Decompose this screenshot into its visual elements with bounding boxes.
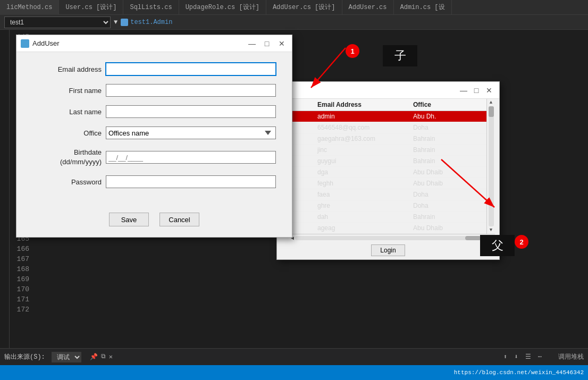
list-row[interactable]: dga Abu Dhaib: [281, 167, 486, 178]
password-input[interactable]: [106, 175, 276, 188]
adduser-body: Email address First name Last name Offic…: [16, 52, 292, 207]
firstname-row: First name: [32, 84, 276, 97]
office-label: Office: [32, 129, 102, 137]
firstname-input[interactable]: [106, 84, 276, 97]
address-dropdown[interactable]: test1: [4, 16, 111, 28]
call-stack-label: 调用堆栈: [558, 352, 584, 361]
email-input[interactable]: [106, 63, 276, 75]
list-row[interactable]: ageag Abu Dhaib: [281, 223, 486, 234]
birthdate-input[interactable]: [106, 151, 276, 164]
cancel-button[interactable]: Cancel: [159, 213, 199, 226]
adduser-maximize-btn[interactable]: □: [261, 38, 273, 49]
email-row: Email address: [32, 63, 276, 75]
pin-icon[interactable]: 📌: [90, 353, 98, 361]
save-button[interactable]: Save: [109, 213, 149, 226]
list-row[interactable]: jinc Bahrain: [281, 145, 486, 156]
adduser-dialog: AddUser — □ ✕ Email address First name L…: [16, 35, 292, 238]
status-right: https://blog.csdn.net/weixin_44546342: [454, 369, 584, 376]
list-row[interactable]: guygui Bahrain: [281, 156, 486, 167]
lastname-row: Last name: [32, 105, 276, 118]
h-scroll-thumb[interactable]: [465, 236, 481, 240]
tab-admin-design[interactable]: Admin.cs [设: [394, 0, 452, 15]
margin-strip: [0, 30, 10, 348]
scroll-track: [489, 106, 494, 226]
toolbar-icon-2[interactable]: ⬇: [514, 353, 518, 361]
birthdate-label: Birthdate (dd/mm/yyyy): [32, 148, 102, 167]
firstname-label: First name: [32, 87, 102, 95]
password-label: Password: [32, 178, 102, 186]
list-row[interactable]: gaegahra@163.com Bahrain: [281, 133, 486, 145]
col-office-header: Office: [409, 99, 473, 111]
list-close-btn[interactable]: ✕: [483, 85, 495, 96]
list-scrollbar[interactable]: ▲ ▼: [486, 99, 495, 234]
annotation-2: 2: [515, 235, 528, 249]
address-bar: test1 ▼ test1.Admin: [0, 15, 588, 30]
office-select[interactable]: Offices name: [106, 126, 276, 139]
password-row: Password: [32, 175, 276, 188]
output-toolbar: 📌 ⧉ ✕: [90, 353, 113, 361]
office-row: Office Offices name: [32, 126, 276, 139]
output-label: 输出来源(S):: [4, 352, 45, 361]
adduser-title: AddUser: [32, 39, 243, 47]
list-row[interactable]: dah Bahrain: [281, 212, 486, 223]
badge-2: 2: [515, 235, 528, 249]
login-button[interactable]: Login: [371, 244, 405, 256]
output-toolbar-icons: ⬆ ⬇ ☰ ⋯: [502, 353, 543, 361]
tab-updagerole-design[interactable]: UpdageRole.cs [设计]: [179, 0, 266, 15]
window-icon[interactable]: ⧉: [101, 353, 106, 361]
address-path: test1.Admin: [121, 19, 172, 26]
tab-adduser-design[interactable]: AddUser.cs [设计]: [266, 0, 342, 15]
address-icon: [121, 19, 128, 26]
list-maximize-btn[interactable]: □: [471, 85, 482, 96]
output-source-dropdown[interactable]: 调试: [52, 352, 81, 362]
list-footer: Login: [277, 241, 499, 259]
tab-user-design[interactable]: User.cs [设计]: [59, 0, 123, 15]
list-row[interactable]: feghh Abu Dhaib: [281, 178, 486, 189]
adduser-footer: Save Cancel: [16, 207, 292, 237]
tab-sqllists[interactable]: SqlLists.cs: [123, 0, 179, 15]
lastname-input[interactable]: [106, 105, 276, 118]
toolbar-icon-3[interactable]: ☰: [525, 353, 531, 361]
list-row[interactable]: admin Abu Dh.: [281, 111, 486, 122]
char-box-fu: 父: [480, 235, 515, 256]
annotation-1: 1: [346, 44, 359, 58]
list-minimize-btn[interactable]: —: [458, 85, 469, 96]
adduser-dialog-icon: [21, 39, 29, 48]
email-label: Email address: [32, 65, 102, 73]
list-row[interactable]: 6546548@qq.com Doha: [281, 122, 486, 133]
list-row[interactable]: faea Doha: [281, 189, 486, 200]
adduser-titlebar: AddUser — □ ✕: [16, 35, 292, 52]
h-scroll-track: [295, 236, 481, 240]
adduser-minimize-btn[interactable]: —: [246, 38, 258, 49]
char-box-zi: 子: [383, 45, 417, 66]
list-table-container: le Email Address Office admin Abu Dh. 65…: [281, 99, 495, 241]
tab-adduser[interactable]: AddUser.cs: [342, 0, 394, 15]
tab-bar: licMethod.cs User.cs [设计] SqlLists.cs Up…: [0, 0, 588, 15]
lastname-label: Last name: [32, 108, 102, 116]
tab-licmethod[interactable]: licMethod.cs: [0, 0, 59, 15]
list-header: le Email Address Office: [281, 99, 486, 111]
status-bar: https://blog.csdn.net/weixin_44546342: [0, 365, 588, 380]
list-dialog: — □ ✕ le Email Address Office admin Abu …: [276, 81, 500, 260]
list-rows: le Email Address Office admin Abu Dh. 65…: [281, 99, 486, 234]
adduser-close-btn[interactable]: ✕: [276, 38, 288, 49]
scroll-down-icon[interactable]: ▼: [490, 227, 492, 233]
list-titlebar: — □ ✕: [277, 82, 499, 99]
col-email-header: Email Address: [313, 99, 409, 111]
scroll-thumb[interactable]: [489, 106, 494, 117]
list-content: le Email Address Office admin Abu Dh. 65…: [281, 99, 495, 234]
output-bar: 输出来源(S): 调试 📌 ⧉ ✕ ⬆ ⬇ ☰ ⋯ 调用堆栈: [0, 348, 588, 365]
scroll-up-icon[interactable]: ▲: [490, 100, 492, 105]
h-scroll: ◀ ▶: [281, 234, 495, 241]
toolbar-icon-4[interactable]: ⋯: [538, 353, 542, 361]
toolbar-icon-1[interactable]: ⬆: [503, 353, 507, 361]
birthdate-row: Birthdate (dd/mm/yyyy): [32, 148, 276, 167]
close-output-icon[interactable]: ✕: [109, 353, 113, 361]
list-row[interactable]: ghre Doha: [281, 200, 486, 212]
badge-1: 1: [346, 44, 359, 58]
